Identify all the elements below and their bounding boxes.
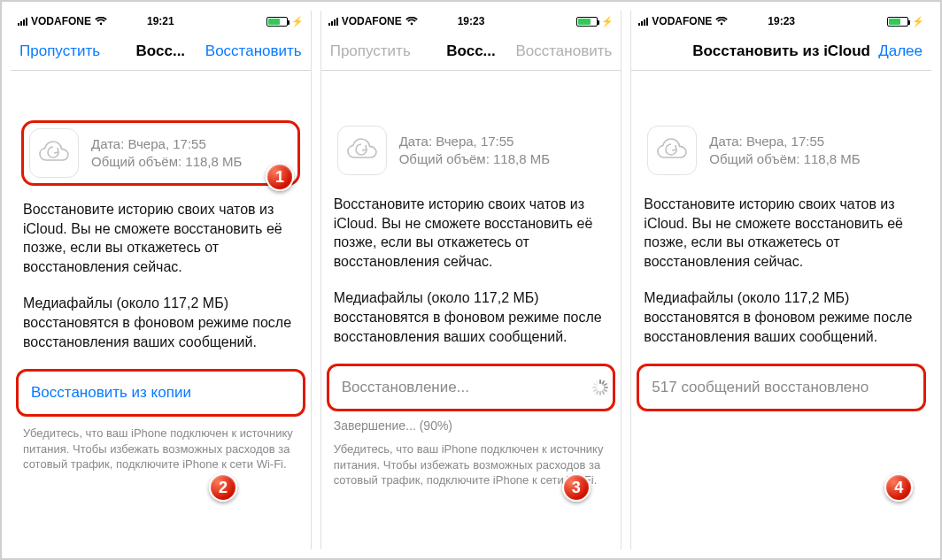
- content: Дата: Вчера, 17:55 Общий объём: 118,8 МБ…: [11, 71, 311, 549]
- nav-bar: Восстановить из iCloud Далее: [631, 32, 931, 71]
- charging-icon: ⚡: [601, 17, 614, 27]
- charging-icon: ⚡: [291, 17, 304, 27]
- phone-screen-2: VODAFONE 19:23 ⚡ Пропустить Восс... Восс…: [320, 11, 622, 549]
- battery-icon: [887, 17, 908, 27]
- callout-badge-3: 3: [562, 473, 591, 502]
- content: Дата: Вчера, 17:55 Общий объём: 118,8 МБ…: [321, 71, 622, 549]
- battery-icon: [266, 17, 288, 27]
- status-bar: VODAFONE 19:23 ⚡: [631, 11, 931, 32]
- media-note: Медиафайлы (около 117,2 МБ) восстановятс…: [644, 288, 919, 346]
- backup-size: Общий объём: 118,8 МБ: [399, 150, 550, 168]
- backup-meta: Дата: Вчера, 17:55 Общий объём: 118,8 МБ: [709, 133, 860, 169]
- signal-icon: [18, 17, 27, 26]
- restored-count-label: 517 сообщений восстановлено: [652, 379, 869, 396]
- wifi-icon: [95, 17, 107, 26]
- media-note: Медиафайлы (около 117,2 МБ) восстановятс…: [23, 294, 298, 351]
- wifi-icon: [405, 17, 418, 26]
- carrier: VODAFONE: [638, 15, 728, 27]
- status-right: ⚡: [266, 17, 304, 27]
- nav-skip-button[interactable]: Пропустить: [19, 42, 100, 60]
- wifi-icon: [715, 17, 728, 26]
- callout-badge-2: 2: [209, 473, 237, 502]
- status-bar: VODAFONE 19:21 ⚡: [11, 11, 311, 32]
- restored-count-row: 517 сообщений восстановлено: [639, 366, 923, 409]
- restore-from-copy-button[interactable]: Восстановить из копии: [19, 372, 303, 414]
- status-right: ⚡: [887, 17, 924, 27]
- phone-screen-3: VODAFONE 19:23 ⚡ Восстановить из iCloud …: [630, 11, 931, 549]
- restore-action-highlight: Восстановление...: [327, 364, 616, 411]
- carrier-name: VODAFONE: [342, 15, 402, 27]
- media-note: Медиафайлы (около 117,2 МБ) восстановятс…: [334, 288, 609, 346]
- restore-description: Восстановите историю своих чатов из iClo…: [334, 195, 609, 271]
- completion-progress: Завершение... (90%): [334, 418, 609, 433]
- phone-screen-1: VODAFONE 19:21 ⚡ Пропустить Восс... Восс…: [11, 11, 312, 549]
- backup-meta: Дата: Вчера, 17:55 Общий объём: 118,8 МБ: [91, 135, 242, 172]
- backup-info-box: Дата: Вчера, 17:55 Общий объём: 118,8 МБ: [332, 120, 611, 180]
- nav-next-button[interactable]: Далее: [878, 42, 923, 60]
- content: Дата: Вчера, 17:55 Общий объём: 118,8 МБ…: [631, 71, 931, 549]
- backup-size: Общий объём: 118,8 МБ: [709, 150, 860, 168]
- clock: 19:23: [768, 15, 795, 27]
- restore-action-label: Восстановить из копии: [31, 384, 191, 402]
- carrier: VODAFONE: [18, 15, 107, 27]
- restore-description: Восстановите историю своих чатов из iClo…: [644, 195, 919, 271]
- nav-title: Восстановить из iCloud: [692, 42, 870, 60]
- nav-restore-button[interactable]: Восстановить: [205, 42, 302, 60]
- cloud-restore-icon: [29, 128, 79, 178]
- backup-date: Дата: Вчера, 17:55: [399, 133, 550, 150]
- backup-size: Общий объём: 118,8 МБ: [91, 153, 242, 171]
- restoring-label: Восстановление...: [342, 379, 469, 396]
- nav-title: Восс...: [136, 42, 186, 60]
- wifi-power-note: Убедитесь, что ваш iPhone подключен к ис…: [23, 426, 298, 472]
- cloud-restore-icon: [647, 126, 697, 175]
- backup-meta: Дата: Вчера, 17:55 Общий объём: 118,8 МБ: [399, 133, 550, 169]
- carrier-name: VODAFONE: [652, 15, 712, 27]
- cloud-restore-icon: [337, 126, 387, 175]
- charging-icon: ⚡: [912, 17, 924, 27]
- carrier-name: VODAFONE: [31, 15, 91, 27]
- clock: 19:21: [147, 15, 174, 27]
- restore-action-highlight: 517 сообщений восстановлено: [637, 364, 926, 411]
- restore-action-highlight: Восстановить из копии: [16, 369, 305, 417]
- nav-restore-button: Восстановить: [515, 42, 612, 60]
- nav-bar: Пропустить Восс... Восстановить: [11, 32, 311, 71]
- carrier: VODAFONE: [328, 15, 418, 27]
- signal-icon: [638, 17, 648, 26]
- nav-skip-button: Пропустить: [330, 42, 411, 60]
- backup-info-box: Дата: Вчера, 17:55 Общий объём: 118,8 МБ: [642, 120, 921, 180]
- signal-icon: [328, 17, 338, 26]
- battery-icon: [576, 17, 598, 27]
- clock: 19:23: [458, 15, 485, 27]
- callout-badge-1: 1: [266, 163, 294, 191]
- restoring-status-row: Восстановление...: [329, 366, 614, 409]
- restore-description: Восстановите историю своих чатов из iClo…: [23, 200, 298, 276]
- nav-title: Восс...: [446, 42, 496, 60]
- three-phone-stage: VODAFONE 19:21 ⚡ Пропустить Восс... Восс…: [0, 0, 942, 560]
- nav-bar: Пропустить Восс... Восстановить: [321, 32, 622, 71]
- callout-badge-4: 4: [884, 473, 913, 502]
- backup-info-box[interactable]: Дата: Вчера, 17:55 Общий объём: 118,8 МБ: [21, 120, 300, 186]
- status-bar: VODAFONE 19:23 ⚡: [321, 11, 622, 32]
- backup-date: Дата: Вчера, 17:55: [91, 135, 242, 153]
- backup-date: Дата: Вчера, 17:55: [709, 133, 860, 150]
- status-right: ⚡: [576, 17, 614, 27]
